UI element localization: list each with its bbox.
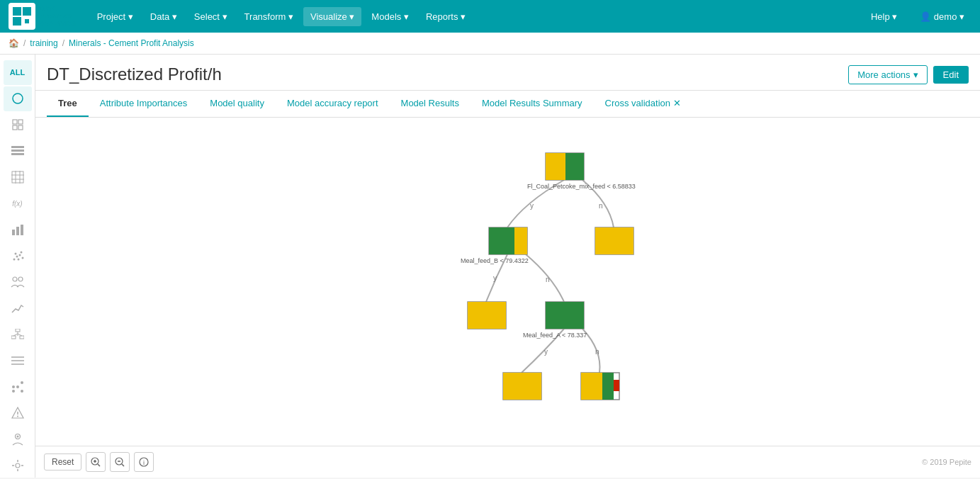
breadcrumb: 🏠 / training / Minerals - Cement Profit … (0, 33, 980, 55)
svg-rect-61 (595, 227, 633, 254)
svg-point-22 (16, 256, 18, 258)
tab-model-results[interactable]: Model Results (390, 91, 471, 117)
sidebar-icon-barchart[interactable] (4, 218, 32, 242)
svg-rect-1 (23, 7, 31, 16)
svg-rect-11 (11, 150, 24, 152)
navbar: DATAMAESTROANALYTICS Project ▾ Data ▾ Se… (0, 0, 980, 33)
content-header: DT_Discretized Profit/h More actions ▾ E… (35, 55, 980, 91)
svg-point-29 (18, 277, 23, 281)
svg-rect-59 (514, 227, 527, 254)
svg-rect-2 (13, 17, 21, 26)
svg-rect-8 (13, 125, 17, 130)
branch-label-y1: y (530, 202, 534, 210)
svg-rect-56 (565, 153, 584, 180)
svg-rect-58 (489, 227, 514, 254)
breadcrumb-training[interactable]: training (30, 38, 57, 48)
svg-rect-19 (16, 227, 19, 235)
tab-cross-validation[interactable]: Cross validation ✕ (594, 91, 692, 117)
svg-rect-69 (581, 373, 602, 400)
zoom-out-button[interactable] (110, 452, 130, 472)
svg-rect-67 (503, 373, 541, 400)
svg-point-39 (12, 390, 15, 393)
nav-reports[interactable]: Reports ▾ (419, 7, 473, 26)
nav-transform[interactable]: Transform ▾ (237, 7, 300, 26)
svg-point-27 (21, 257, 23, 259)
nav-user[interactable]: 👤 demo ▾ (913, 7, 971, 26)
logo (9, 3, 35, 30)
tab-model-quality[interactable]: Model quality (198, 91, 276, 117)
node-root-label: Fl_Coal_Petcoke_mix_feed < 6.58833 (527, 183, 636, 190)
sidebar-icon-all[interactable]: ALL (4, 60, 32, 85)
edge-left1-right2 (526, 254, 564, 302)
branch-label-y2: y (493, 274, 497, 282)
svg-rect-7 (18, 120, 23, 124)
svg-rect-20 (21, 225, 23, 235)
page-title: DT_Discretized Profit/h (47, 64, 222, 90)
svg-rect-10 (11, 146, 24, 148)
svg-rect-30 (16, 329, 20, 332)
content-area: DT_Discretized Profit/h More actions ▾ E… (35, 55, 980, 478)
svg-point-43 (21, 390, 23, 393)
svg-point-48 (16, 435, 18, 437)
sidebar-icon-hierarchy[interactable] (4, 322, 32, 346)
svg-rect-12 (11, 153, 24, 155)
tab-model-results-summary[interactable]: Model Results Summary (471, 91, 594, 117)
bottom-controls: Reset (44, 452, 154, 472)
sidebar-icon-linechart[interactable] (4, 295, 32, 320)
reset-button[interactable]: Reset (44, 453, 81, 470)
tree-svg: y n y n y n Fl_Coal_Petcoke_mix_feed < 6… (35, 118, 957, 446)
svg-rect-6 (13, 120, 17, 124)
sidebar-icon-scatter2[interactable] (4, 374, 32, 399)
tabs-container: Tree Attribute Importances Model quality… (35, 91, 980, 118)
nav-project[interactable]: Project ▾ (90, 7, 140, 26)
main-layout: ALL (0, 55, 980, 478)
nav-help[interactable]: Help ▾ (864, 7, 904, 26)
nav-visualize[interactable]: Visualize ▾ (303, 7, 361, 26)
svg-rect-9 (18, 125, 23, 130)
brand: DATAMAESTROANALYTICS (9, 3, 76, 30)
svg-point-28 (13, 277, 17, 281)
tab-model-accuracy-report[interactable]: Model accuracy report (276, 91, 390, 117)
sidebar-icon-user[interactable] (4, 427, 32, 451)
sidebar-icon-settings[interactable] (4, 453, 32, 478)
sidebar-icon-people[interactable] (4, 270, 32, 295)
node-left3 (503, 373, 541, 400)
svg-rect-70 (602, 373, 614, 400)
sidebar-icon-grid[interactable] (4, 165, 32, 190)
branch-label-n2: n (546, 276, 550, 283)
sidebar-icon-lines[interactable] (4, 139, 32, 164)
bottom-bar: Reset (35, 446, 980, 478)
zoom-in-button[interactable] (86, 452, 106, 472)
header-actions: More actions ▾ Edit (848, 65, 969, 90)
edit-button[interactable]: Edit (933, 66, 969, 84)
node-right2: Meal_feed_A < 78.337 (523, 302, 587, 339)
nav-models[interactable]: Models ▾ (364, 7, 416, 26)
sidebar-icon-formula[interactable]: f(x) (4, 191, 32, 216)
sidebar-icon-list[interactable] (4, 348, 32, 373)
svg-rect-0 (13, 7, 21, 16)
home-icon[interactable]: 🏠 (9, 38, 19, 48)
tab-attribute-importances[interactable]: Attribute Importances (89, 91, 199, 117)
svg-rect-32 (20, 336, 24, 339)
sidebar-icon-circle[interactable] (4, 86, 32, 111)
sidebar-icon-alert[interactable] (4, 400, 32, 425)
sidebar-icon-scatter[interactable] (4, 244, 32, 269)
breadcrumb-project[interactable]: Minerals - Cement Profit Analysis (69, 38, 194, 48)
nav-select[interactable]: Select ▾ (187, 7, 235, 26)
node-right3 (581, 373, 619, 400)
copyright: © 2019 Pepite (922, 458, 971, 466)
nav-data[interactable]: Data ▾ (143, 7, 184, 26)
node-right2-label: Meal_feed_A < 78.337 (523, 332, 587, 339)
svg-point-42 (12, 385, 15, 388)
branch-label-n1: n (599, 202, 603, 210)
svg-point-49 (16, 463, 20, 468)
tab-tree[interactable]: Tree (47, 91, 89, 117)
info-button[interactable]: i (134, 452, 154, 472)
more-actions-button[interactable]: More actions ▾ (848, 65, 927, 84)
more-actions-chevron: ▾ (913, 69, 918, 80)
sidebar-icon-table-small[interactable] (4, 113, 32, 137)
svg-point-40 (16, 385, 19, 388)
tree-canvas: y n y n y n Fl_Coal_Petcoke_mix_feed < 6… (35, 118, 980, 446)
branch-label-n3: n (595, 348, 599, 356)
navbar-menu: Project ▾ Data ▾ Select ▾ Transform ▾ Vi… (90, 7, 864, 26)
